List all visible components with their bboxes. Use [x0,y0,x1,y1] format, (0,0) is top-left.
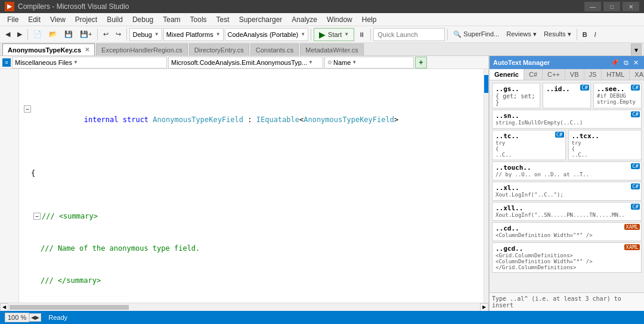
panel-pin-button[interactable]: 📌 [609,59,621,67]
redo-button[interactable]: ↪ [113,27,124,42]
zoom-controls[interactable]: ◀▶ [29,313,41,322]
add-member-button[interactable]: + [415,57,427,68]
start-button[interactable]: ▶ Start ▼ [314,28,354,41]
menu-supercharger[interactable]: Supercharger [234,13,287,26]
at-item-cd[interactable]: ..cd.. XAML <ColumnDefinition Width="*" … [492,222,642,241]
member-context-dropdown[interactable]: ⚙ Name ▼ [324,57,414,68]
panel-close-button[interactable]: ✕ [631,59,640,67]
bold-button[interactable]: B [580,27,590,42]
at-item-tcx[interactable]: ..tcx.. try{ ..C.. [568,130,642,160]
superfind-button[interactable]: 🔍 SuperFind... [450,27,502,42]
menu-project[interactable]: Project [70,13,102,26]
menu-view[interactable]: View [45,13,70,26]
at-row: ..xll.. C# Xout.LogInf("..SN.....PN.....… [492,202,642,221]
back-button[interactable]: ◀ [2,27,13,42]
tab-constants[interactable]: Constants.cs [250,43,299,55]
h-scrollbar-track[interactable] [10,305,479,310]
separator-5 [370,29,371,40]
autotext-panel: AutoText Manager 📌 ⧉ ✕ Generic C# C++ VB… [489,56,644,311]
at-item-touch[interactable]: ..touch.. C# // by ..U.. on ..D.. at ..T… [492,161,642,180]
file-context-dropdown[interactable]: Miscellaneous Files ▼ [12,57,167,68]
file-icon: ≡ [2,58,11,67]
at-tab-csharp[interactable]: C# [524,69,543,80]
at-row: ..sn.. C# string.IsNullOrEmpty(..C..) [492,110,642,129]
tab-exceptionhandler[interactable]: ExceptionHandlerRegion.cs [96,43,188,55]
at-tab-html[interactable]: HTML [602,69,630,80]
autotext-title: AutoText Manager [493,59,550,66]
undo-button[interactable]: ↩ [100,27,112,42]
debug-config-dropdown[interactable]: Debug ▼ [129,28,162,41]
solution-dropdown[interactable]: CodeAnalysis (Portable) ▼ [225,28,309,41]
title-text: Compilers - Microsoft Visual Studio [18,2,129,11]
code-editor[interactable]: − internal struct AnonymousTypeKeyField … [19,69,484,303]
title-controls: — □ ✕ [584,2,639,11]
at-tab-vb[interactable]: VB [565,69,584,80]
panel-float-button[interactable]: ⧉ [622,59,630,67]
at-item-xl[interactable]: ..xl.. C# Xout.LogInf("..C.."); [492,182,642,201]
results-button[interactable]: Results ▾ [541,27,574,42]
code-line: /// Name of the anonymous type field. [24,243,479,254]
h-scrollbar-thumb[interactable] [10,305,129,310]
at-item-see[interactable]: ..see.. C# #if DEBUG string.Empty [593,83,642,108]
maximize-button[interactable]: □ [603,2,620,11]
menu-build[interactable]: Build [102,13,128,26]
menu-debug[interactable]: Debug [128,13,158,26]
fold-button[interactable]: − [24,105,31,113]
title-bar-left: ▶ Compilers - Microsoft Visual Studio [5,2,129,11]
menu-edit[interactable]: Edit [23,13,45,26]
class-context-dropdown[interactable]: Microsoft.CodeAnalysis.Emit.AnonymousTyp… [168,57,323,68]
at-item-xll[interactable]: ..xll.. C# Xout.LogInf("..SN.....PN.....… [492,202,642,221]
menu-test[interactable]: Test [212,13,234,26]
at-item-gcd[interactable]: ..gcd.. XAML <Grid.ColumnDefinitions> <C… [492,242,642,273]
status-bar: 100 % ◀▶ Ready [0,311,644,324]
open-button[interactable]: 📂 [46,27,60,42]
scroll-left-button[interactable]: ◀ [0,303,8,311]
at-row: ..cd.. XAML <ColumnDefinition Width="*" … [492,222,642,241]
tab-close-anonymoustypekey[interactable]: ✕ [85,46,89,53]
menu-window[interactable]: Window [322,13,357,26]
reviews-button[interactable]: Reviews ▾ [503,27,540,42]
scroll-right-button[interactable]: ▶ [480,303,488,311]
tab-metadatawriter[interactable]: MetadataWriter.cs [300,43,363,55]
tabs-overflow-button[interactable]: ▾ [631,43,642,55]
code-content[interactable]: − internal struct AnonymousTypeKeyField … [0,69,488,303]
autotext-body: ..gs.. { get; set; } ..id.. C# ..see.. C… [490,80,644,292]
scrollbar-thumb[interactable] [484,75,488,93]
italic-button[interactable]: I [592,27,599,42]
separator-4 [311,29,311,40]
menu-analyze[interactable]: Analyze [287,13,322,26]
at-row: ..tc.. C# try{ ..C.. ..tcx.. try{ ..C.. [492,130,642,160]
separator-3 [126,29,127,40]
tab-anonymoustypekey[interactable]: AnonymousTypeKey.cs ✕ [2,43,95,55]
fold-button[interactable]: − [33,213,41,220]
menu-help[interactable]: Help [357,13,382,26]
code-line: { [24,168,479,179]
menu-team[interactable]: Team [158,13,185,26]
menu-tools[interactable]: Tools [185,13,212,26]
minimize-button[interactable]: — [584,2,601,11]
tab-directoryentry[interactable]: DirectoryEntry.cs [189,43,249,55]
close-button[interactable]: ✕ [623,2,639,11]
main-area: ≡ Miscellaneous Files ▼ Microsoft.CodeAn… [0,56,644,311]
break-button[interactable]: ⏸ [355,27,368,42]
at-item-sn[interactable]: ..sn.. C# string.IsNullOrEmpty(..C..) [492,110,642,129]
vertical-scrollbar[interactable] [484,69,488,303]
save-all-button[interactable]: 💾+ [77,27,95,42]
at-item-id[interactable]: ..id.. C# [543,83,591,108]
forward-button[interactable]: ▶ [14,27,25,42]
menu-file[interactable]: File [2,13,23,26]
autotext-footer-text: Type ..al^ (i.e. at least 3 char) to ins… [492,295,642,309]
at-tab-js[interactable]: JS [584,69,602,80]
save-button[interactable]: 💾 [61,27,76,42]
at-tab-generic[interactable]: Generic [490,69,524,80]
at-item-gs[interactable]: ..gs.. { get; set; } [492,83,540,108]
at-row: ..gs.. { get; set; } ..id.. C# ..see.. C… [492,83,642,108]
at-tab-xaml[interactable]: XAML [630,69,644,80]
zoom-level[interactable]: 100 % [5,313,29,322]
tabs-bar: AnonymousTypeKey.cs ✕ ExceptionHandlerRe… [0,43,644,56]
quick-launch-input[interactable] [373,28,445,41]
platform-dropdown[interactable]: Mixed Platforms ▼ [163,28,224,41]
at-item-tc[interactable]: ..tc.. C# try{ ..C.. [492,130,566,160]
at-tab-cpp[interactable]: C++ [543,69,565,80]
new-file-button[interactable]: 📄 [30,27,45,42]
